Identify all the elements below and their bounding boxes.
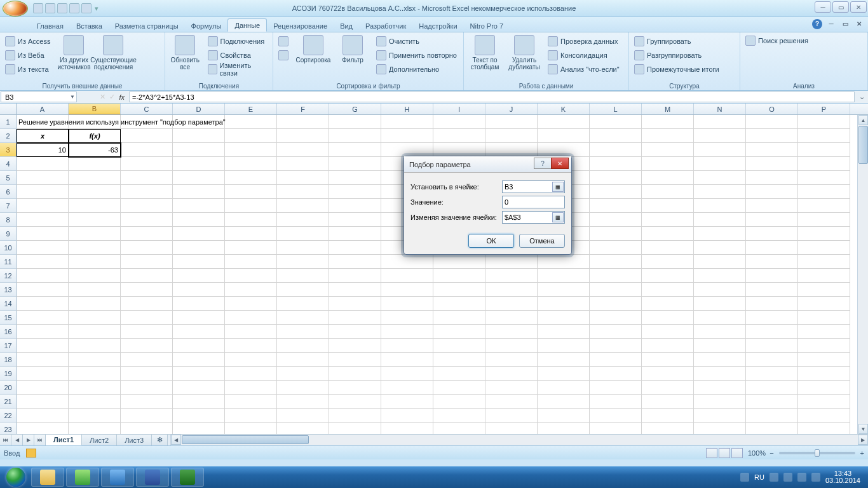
- column-header[interactable]: G: [329, 104, 381, 114]
- cell[interactable]: [121, 283, 173, 297]
- scroll-left-icon[interactable]: ◀: [171, 435, 181, 445]
- row-header[interactable]: 2: [0, 129, 17, 143]
- sheet-tab[interactable]: Лист2: [82, 435, 117, 445]
- cell[interactable]: [642, 423, 694, 434]
- connections-button[interactable]: Подключения: [205, 35, 270, 48]
- cell[interactable]: [121, 339, 173, 353]
- cell[interactable]: [329, 213, 381, 227]
- cell[interactable]: [69, 227, 121, 241]
- cell[interactable]: [798, 199, 850, 213]
- cell[interactable]: [746, 311, 798, 325]
- advanced-button[interactable]: Дополнительно: [374, 63, 459, 76]
- cell[interactable]: [329, 199, 381, 213]
- edit-links-button[interactable]: Изменить связи: [205, 63, 270, 76]
- cell[interactable]: [329, 227, 381, 241]
- cell[interactable]: [225, 241, 277, 255]
- text-to-columns-button[interactable]: Текст по столбцам: [466, 34, 503, 77]
- cell[interactable]: [69, 157, 121, 171]
- cell[interactable]: [798, 143, 850, 157]
- cell[interactable]: [121, 409, 173, 423]
- cell[interactable]: [798, 241, 850, 255]
- row-header[interactable]: 18: [0, 353, 17, 367]
- cell[interactable]: [746, 115, 798, 129]
- cell[interactable]: [694, 409, 746, 423]
- dialog-title-bar[interactable]: Подбор параметра ? ✕: [404, 156, 571, 173]
- column-header[interactable]: E: [225, 104, 277, 114]
- cell[interactable]: [485, 297, 538, 311]
- taskbar-item-explorer[interactable]: [31, 468, 64, 487]
- cell[interactable]: 10: [17, 143, 69, 157]
- cell[interactable]: [381, 269, 433, 283]
- cell[interactable]: [798, 297, 850, 311]
- start-button[interactable]: [3, 466, 29, 488]
- cell[interactable]: [173, 269, 225, 283]
- cell[interactable]: [798, 129, 850, 143]
- subtotal-button[interactable]: Промежуточные итоги: [632, 63, 722, 76]
- cell[interactable]: [329, 395, 381, 409]
- qat-dropdown-icon[interactable]: ▾: [93, 4, 100, 13]
- cell[interactable]: [277, 269, 329, 283]
- tab-view[interactable]: Вид: [334, 20, 359, 32]
- cell[interactable]: [642, 283, 694, 297]
- cell[interactable]: [277, 353, 329, 367]
- cell[interactable]: [329, 339, 381, 353]
- cell[interactable]: [121, 143, 173, 157]
- cell[interactable]: [69, 241, 121, 255]
- cell[interactable]: [17, 381, 69, 395]
- cell[interactable]: [694, 241, 746, 255]
- cell[interactable]: [746, 297, 798, 311]
- cell[interactable]: [798, 227, 850, 241]
- cell[interactable]: [746, 409, 798, 423]
- cell[interactable]: [225, 381, 277, 395]
- cell[interactable]: [173, 395, 225, 409]
- cell[interactable]: [538, 381, 590, 395]
- cell[interactable]: [17, 269, 69, 283]
- tab-nitro[interactable]: Nitro Pro 7: [464, 20, 510, 32]
- cell[interactable]: [69, 255, 121, 269]
- cell[interactable]: [329, 269, 381, 283]
- cell[interactable]: [433, 339, 485, 353]
- ungroup-button[interactable]: Разгруппировать: [632, 49, 722, 62]
- cell[interactable]: [798, 255, 850, 269]
- row-header[interactable]: 16: [0, 325, 17, 339]
- cell[interactable]: [381, 115, 433, 129]
- cell[interactable]: [173, 241, 225, 255]
- cell[interactable]: [17, 311, 69, 325]
- cell[interactable]: [642, 171, 694, 185]
- cell[interactable]: [798, 269, 850, 283]
- cell[interactable]: f(x): [69, 129, 121, 143]
- select-all-button[interactable]: [0, 104, 17, 114]
- cell[interactable]: [590, 241, 642, 255]
- cell[interactable]: [485, 311, 538, 325]
- cell[interactable]: [642, 395, 694, 409]
- row-header[interactable]: 14: [0, 297, 17, 311]
- cell[interactable]: [642, 241, 694, 255]
- cell[interactable]: [69, 423, 121, 434]
- reapply-button[interactable]: Применить повторно: [374, 49, 459, 62]
- cell[interactable]: [798, 339, 850, 353]
- macro-record-icon[interactable]: [26, 449, 36, 458]
- cell[interactable]: [173, 339, 225, 353]
- cell[interactable]: [329, 185, 381, 199]
- cell[interactable]: [225, 157, 277, 171]
- cell[interactable]: [329, 171, 381, 185]
- cell[interactable]: [694, 283, 746, 297]
- cell[interactable]: [17, 339, 69, 353]
- cell[interactable]: [381, 409, 433, 423]
- scroll-up-icon[interactable]: ▲: [858, 115, 868, 125]
- cell[interactable]: [173, 367, 225, 381]
- cell[interactable]: [746, 185, 798, 199]
- cell[interactable]: [173, 199, 225, 213]
- clock[interactable]: 13:43 03.10.2014: [825, 470, 860, 484]
- cell[interactable]: [590, 143, 642, 157]
- scroll-down-icon[interactable]: ▼: [858, 424, 868, 434]
- zoom-in-icon[interactable]: +: [860, 449, 864, 457]
- cell[interactable]: [433, 409, 485, 423]
- cell[interactable]: [225, 339, 277, 353]
- column-header[interactable]: I: [433, 104, 485, 114]
- cell[interactable]: [746, 353, 798, 367]
- cell[interactable]: [694, 311, 746, 325]
- cell[interactable]: [433, 423, 485, 434]
- cell[interactable]: [694, 115, 746, 129]
- scroll-thumb[interactable]: [858, 126, 868, 164]
